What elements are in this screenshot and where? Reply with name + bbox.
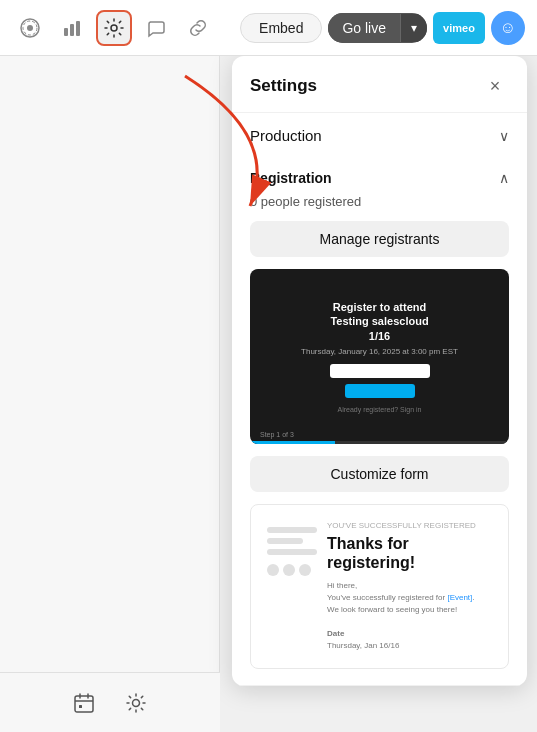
calendar-icon-btn[interactable]: [66, 685, 102, 721]
preview-submit-btn: [345, 384, 415, 398]
preview-title: Register to attendTesting salescloud1/16: [330, 300, 428, 343]
registration-header[interactable]: Registration ∧: [250, 158, 509, 194]
dashboard-icon: [20, 18, 40, 38]
settings-header: Settings ×: [232, 56, 527, 113]
placeholder-circles: [267, 564, 317, 576]
customize-form-button[interactable]: Customize form: [250, 456, 509, 492]
top-toolbar: Embed Go live ▾ vimeo ☺: [0, 0, 537, 56]
registration-label: Registration: [250, 170, 332, 186]
chat-icon: [146, 18, 166, 38]
registration-chevron-icon: ∧: [499, 170, 509, 186]
profile-avatar-button[interactable]: ☺: [491, 11, 525, 45]
smiley-icon: ☺: [500, 19, 516, 37]
progress-bar: [250, 441, 509, 444]
production-chevron-icon: ∨: [499, 128, 509, 144]
placeholder-circle-2: [283, 564, 295, 576]
thankyou-preview: YOU'VE SUCCESSFULLY REGISTERED Thanks fo…: [250, 504, 509, 669]
production-section: Production ∨ Registration ∧ 0 people reg…: [232, 113, 527, 686]
thankyou-small-text: YOU'VE SUCCESSFULLY REGISTERED: [327, 521, 492, 530]
vimeo-logo[interactable]: vimeo: [433, 12, 485, 44]
link-icon: [188, 18, 208, 38]
svg-rect-9: [79, 705, 82, 708]
go-live-group: Go live ▾: [328, 13, 427, 43]
registration-form-preview: Register to attendTesting salescloud1/16…: [250, 269, 509, 444]
people-registered-count: 0 people registered: [250, 194, 509, 209]
chat-icon-btn[interactable]: [138, 10, 174, 46]
gear-icon: [104, 18, 124, 38]
bottom-toolbar: [0, 672, 220, 732]
go-live-button[interactable]: Go live: [328, 13, 400, 43]
production-label: Production: [250, 127, 322, 144]
settings-title: Settings: [250, 76, 317, 96]
manage-registrants-button[interactable]: Manage registrants: [250, 221, 509, 257]
link-icon-btn[interactable]: [180, 10, 216, 46]
placeholder-circle-3: [299, 564, 311, 576]
step-indicator: Step 1 of 3: [260, 431, 294, 438]
bottom-settings-icon-btn[interactable]: [118, 685, 154, 721]
svg-rect-4: [70, 24, 74, 36]
placeholder-circle-1: [267, 564, 279, 576]
preview-inner: Register to attendTesting salescloud1/16…: [250, 269, 509, 444]
thankyou-link: [Event]: [447, 593, 472, 602]
svg-point-6: [111, 25, 117, 31]
preview-email-input: [330, 364, 430, 378]
progress-bar-fill: [250, 441, 335, 444]
left-sidebar: [0, 56, 220, 732]
preview-date: Thursday, January 16, 2025 at 3:00 pm ES…: [301, 347, 458, 356]
svg-point-1: [27, 25, 33, 31]
production-row[interactable]: Production ∨: [232, 113, 527, 158]
placeholder-line-2: [267, 538, 303, 544]
analytics-icon: [62, 18, 82, 38]
calendar-icon: [73, 692, 95, 714]
settings-panel: Settings × Production ∨ Registration ∧ 0…: [232, 56, 527, 686]
placeholder-line-3: [267, 549, 317, 555]
thankyou-heading: Thanks forregistering!: [327, 534, 492, 572]
svg-point-10: [133, 699, 140, 706]
close-button[interactable]: ×: [481, 72, 509, 100]
go-live-chevron-button[interactable]: ▾: [400, 14, 427, 42]
thankyou-preview-right: YOU'VE SUCCESSFULLY REGISTERED Thanks fo…: [327, 521, 492, 652]
dashboard-icon-btn[interactable]: [12, 10, 48, 46]
settings-icon-btn[interactable]: [96, 10, 132, 46]
thankyou-body: Hi there, You've successfully registered…: [327, 580, 492, 652]
svg-rect-5: [76, 21, 80, 36]
registration-section: Registration ∧ 0 people registered Manag…: [232, 158, 527, 685]
placeholder-line-1: [267, 527, 317, 533]
preview-footer: Already registered? Sign in: [337, 406, 421, 413]
svg-rect-3: [64, 28, 68, 36]
analytics-icon-btn[interactable]: [54, 10, 90, 46]
embed-button[interactable]: Embed: [240, 13, 322, 43]
svg-rect-8: [75, 696, 93, 712]
thankyou-preview-left: [267, 521, 317, 652]
bottom-gear-icon: [125, 692, 147, 714]
